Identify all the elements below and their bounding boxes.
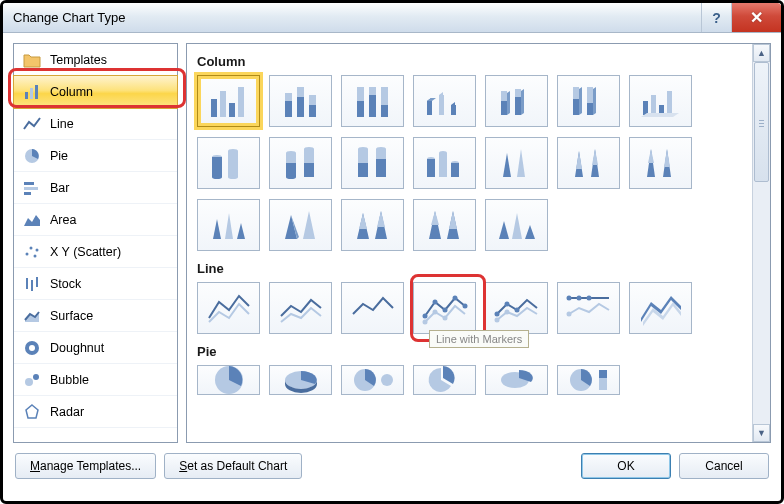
ok-button[interactable]: OK	[581, 453, 671, 479]
sidebar-item-radar[interactable]: Radar	[14, 396, 177, 428]
tooltip-line-with-markers: Line with Markers	[429, 330, 529, 348]
chart-type-100-stacked-pyramid[interactable]	[413, 199, 476, 251]
chart-type-line[interactable]	[197, 282, 260, 334]
svg-rect-4	[24, 182, 34, 185]
svg-rect-37	[451, 105, 456, 115]
set-default-chart-button[interactable]: Set as Default Chart	[164, 453, 302, 479]
svg-rect-2	[35, 85, 38, 99]
sidebar-item-area[interactable]: Area	[14, 204, 177, 236]
svg-rect-36	[439, 95, 444, 115]
bubble-chart-icon	[22, 370, 42, 390]
svg-point-83	[494, 312, 499, 317]
chart-type-stacked-cone[interactable]	[557, 137, 620, 189]
chart-type-3d-stacked-column[interactable]	[485, 75, 548, 127]
sidebar-item-doughnut[interactable]: Doughnut	[14, 332, 177, 364]
sidebar-item-bar[interactable]: Bar	[14, 172, 177, 204]
svg-rect-58	[286, 163, 296, 177]
svg-point-82	[442, 316, 447, 321]
scroll-track[interactable]	[753, 62, 770, 424]
chart-type-bar-of-pie[interactable]	[557, 365, 620, 395]
chart-type-100-stacked-column[interactable]	[341, 75, 404, 127]
chart-type-stacked-line-with-markers[interactable]	[485, 282, 548, 334]
scatter-chart-icon	[22, 242, 42, 262]
chart-type-pie-of-pie[interactable]	[341, 365, 404, 395]
svg-rect-40	[515, 97, 521, 115]
manage-templates-button[interactable]: Manage Templates...	[15, 453, 156, 479]
cancel-button[interactable]: Cancel	[679, 453, 769, 479]
help-button[interactable]: ?	[701, 3, 731, 32]
sidebar-item-pie[interactable]: Pie	[14, 140, 177, 172]
scroll-thumb[interactable]	[754, 62, 769, 182]
svg-rect-29	[357, 101, 364, 117]
sidebar-item-scatter[interactable]: X Y (Scatter)	[14, 236, 177, 268]
chart-type-100-stacked-cone[interactable]	[629, 137, 692, 189]
sidebar-item-label: Surface	[50, 309, 93, 323]
chart-type-clustered-column[interactable]	[197, 75, 260, 127]
svg-rect-35	[427, 101, 432, 115]
svg-rect-19	[211, 99, 217, 117]
chart-type-3d-cylinder[interactable]	[413, 137, 476, 189]
svg-point-55	[228, 175, 238, 179]
chart-type-stacked-cylinder[interactable]	[269, 137, 332, 189]
scroll-down-button[interactable]: ▼	[753, 424, 770, 442]
svg-rect-51	[212, 157, 222, 177]
chart-type-3d-pyramid[interactable]	[485, 199, 548, 251]
chart-type-3d-clustered-column[interactable]	[413, 75, 476, 127]
chart-type-line-with-markers[interactable]	[413, 282, 476, 334]
svg-rect-68	[376, 159, 386, 177]
svg-rect-72	[439, 153, 447, 177]
sidebar-item-surface[interactable]: Surface	[14, 300, 177, 332]
svg-point-15	[29, 345, 35, 351]
svg-rect-65	[358, 163, 368, 177]
svg-rect-46	[643, 101, 648, 115]
svg-rect-39	[501, 91, 507, 101]
chart-type-stacked-pyramid[interactable]	[341, 199, 404, 251]
svg-point-91	[566, 312, 571, 317]
gallery-scrollbar[interactable]: ▲ ▼	[752, 44, 770, 442]
chart-type-stacked-column[interactable]	[269, 75, 332, 127]
chart-type-3d-line[interactable]	[629, 282, 692, 334]
svg-point-81	[432, 310, 437, 315]
chart-type-100-stacked-line-with-markers[interactable]	[557, 282, 620, 334]
chart-type-clustered-pyramid[interactable]	[269, 199, 332, 251]
chart-type-3d-cone[interactable]	[197, 199, 260, 251]
svg-point-84	[504, 302, 509, 307]
close-button[interactable]: ✕	[731, 3, 781, 32]
svg-rect-28	[309, 95, 316, 105]
sidebar-item-line[interactable]: Line	[14, 108, 177, 140]
sidebar-item-bubble[interactable]: Bubble	[14, 364, 177, 396]
close-icon: ✕	[750, 10, 763, 26]
chart-type-3d-100-stacked-column[interactable]	[557, 75, 620, 127]
svg-rect-54	[228, 151, 238, 177]
sidebar-item-label: Pie	[50, 149, 68, 163]
chart-type-100-stacked-line[interactable]	[341, 282, 404, 334]
chart-type-3d-column[interactable]	[629, 75, 692, 127]
svg-point-7	[26, 252, 29, 255]
sidebar-item-templates[interactable]: Templates	[14, 44, 177, 76]
chart-type-pie[interactable]	[197, 365, 260, 395]
chart-type-exploded-3d-pie[interactable]	[485, 365, 548, 395]
chart-type-clustered-cylinder[interactable]	[197, 137, 260, 189]
svg-rect-57	[286, 153, 296, 163]
sidebar-item-stock[interactable]: Stock	[14, 268, 177, 300]
scroll-up-button[interactable]: ▲	[753, 44, 770, 62]
sidebar-item-label: Column	[50, 85, 93, 99]
chart-category-sidebar: Templates Column Line Pie Bar Area X Y (…	[13, 43, 178, 443]
sidebar-item-column[interactable]: Column	[13, 75, 178, 109]
sidebar-item-label: Line	[50, 117, 74, 131]
svg-rect-41	[515, 89, 521, 97]
svg-point-85	[514, 308, 519, 313]
chart-type-stacked-line[interactable]	[269, 282, 332, 334]
chart-type-clustered-cone[interactable]	[485, 137, 548, 189]
svg-rect-22	[238, 87, 244, 117]
chart-type-3d-pie[interactable]	[269, 365, 332, 395]
svg-rect-34	[381, 87, 388, 105]
svg-rect-31	[369, 95, 376, 117]
svg-rect-32	[369, 87, 376, 95]
chart-type-exploded-pie[interactable]	[413, 365, 476, 395]
svg-rect-70	[427, 159, 435, 177]
area-chart-icon	[22, 210, 42, 230]
svg-rect-6	[24, 192, 31, 195]
svg-point-52	[212, 175, 222, 179]
chart-type-100-stacked-cylinder[interactable]	[341, 137, 404, 189]
